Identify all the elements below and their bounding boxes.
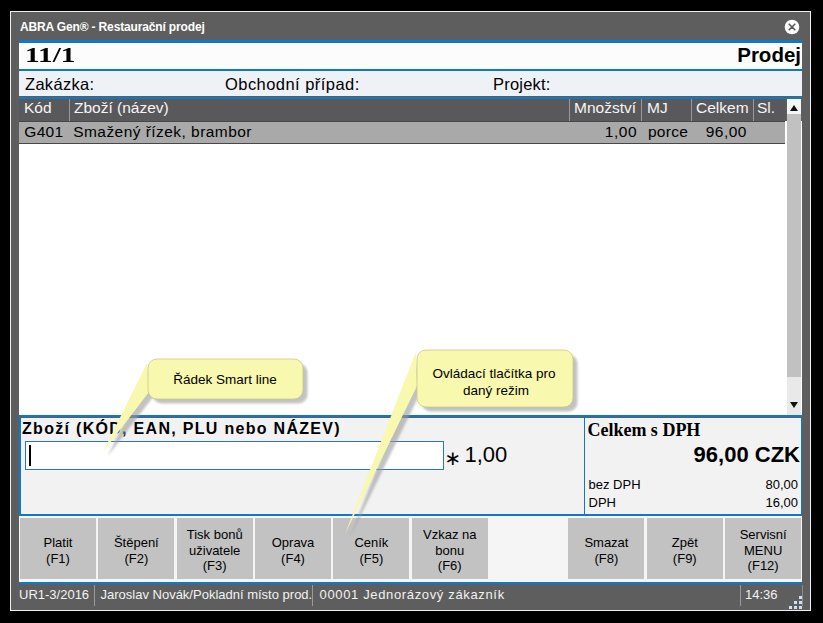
svg-text:Řádek Smart line: Řádek Smart line (173, 372, 277, 387)
svg-text:daný režim: daný režim (463, 383, 529, 398)
svg-text:Ovládací tlačítka pro: Ovládací tlačítka pro (432, 366, 555, 381)
